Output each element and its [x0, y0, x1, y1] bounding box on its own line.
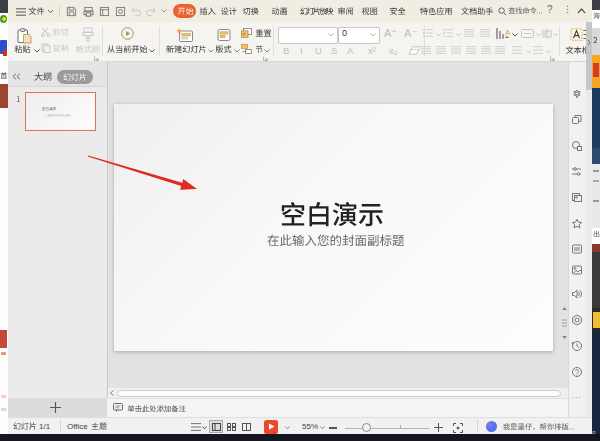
- svg-text:A: A: [505, 28, 510, 37]
